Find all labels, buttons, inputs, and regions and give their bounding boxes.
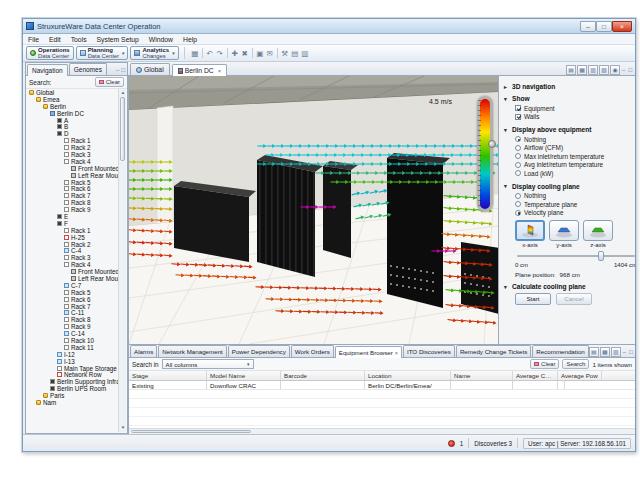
tree-item[interactable]: Network Row [57, 372, 118, 379]
tree-item[interactable]: Berlin DC [50, 110, 118, 117]
bottom-tab[interactable]: Power Dependency × [228, 345, 290, 357]
toolbar-icon[interactable] [252, 48, 253, 58]
tree-item[interactable]: Rack 5 [64, 289, 118, 296]
bottom-tab[interactable]: Remedy Change Tickets × [456, 345, 531, 357]
radio-icon[interactable] [515, 193, 521, 199]
tree-item[interactable]: Rack 8 [64, 199, 118, 206]
tree-item[interactable]: Front Mounted [71, 165, 118, 172]
tree-clear-button[interactable]: Clear [95, 77, 124, 87]
table-clear-button[interactable]: Clear [530, 359, 559, 369]
tree-item[interactable]: E [57, 213, 118, 220]
tree-item[interactable]: A [57, 117, 118, 124]
cooling-plane-option[interactable]: Nothing [515, 192, 630, 201]
radio-icon[interactable] [515, 170, 521, 176]
display-above-option[interactable]: Load (kW) [515, 169, 630, 178]
maximize-button[interactable]: □ [596, 21, 612, 32]
checkbox-icon[interactable] [515, 105, 521, 111]
column-header[interactable]: Stage [129, 371, 207, 380]
toolbar-icon[interactable] [227, 48, 228, 58]
y-axis-button[interactable] [549, 220, 579, 241]
pane-minimize-icon[interactable]: – [116, 67, 119, 73]
bottom-tab[interactable]: Alarms × [130, 345, 157, 357]
tree-item[interactable]: Rack 9 [64, 323, 118, 330]
tree-item[interactable]: Rack 4 [64, 261, 118, 268]
toolbar-icon[interactable]: ▤ [290, 49, 300, 58]
pane-minimize-icon[interactable]: – [622, 349, 627, 355]
view-toggle-icon[interactable]: ▤ [566, 65, 576, 75]
radio-icon[interactable] [515, 153, 521, 159]
view-toggle-icon[interactable]: ▥ [588, 65, 598, 75]
tree-item[interactable]: Rack 2 [64, 144, 118, 151]
column-header[interactable]: Barcode [281, 371, 365, 380]
table-search-button[interactable]: Search [562, 359, 589, 369]
velocity-color-scale[interactable] [475, 96, 496, 214]
show-option[interactable]: Walls [515, 113, 630, 122]
tree-item[interactable]: C-4 [64, 247, 118, 254]
toolbar-icon[interactable]: ✉ [265, 49, 275, 58]
tree-item[interactable]: Rack 9 [64, 206, 118, 213]
tree-item[interactable]: Left Rear Moun [71, 172, 118, 179]
bottom-tab[interactable]: Work Orders × [291, 345, 334, 357]
tree-item[interactable]: H-25 [64, 234, 118, 241]
toolbar-icon[interactable]: ⚒ [280, 49, 290, 58]
tree-item[interactable]: C-11 [64, 310, 118, 317]
radio-icon[interactable] [515, 136, 521, 142]
section-show[interactable]: ▾ Show [504, 95, 630, 102]
close-tab-icon[interactable]: × [218, 68, 222, 74]
menu-item[interactable]: Help [178, 34, 202, 44]
scale-knob[interactable] [488, 140, 496, 148]
display-above-option[interactable]: Avg inlet/return temperature [515, 161, 630, 170]
view-toggle-icon[interactable]: ◉ [610, 65, 620, 75]
radio-icon[interactable] [515, 145, 521, 151]
view-toggle-icon[interactable]: ▦ [577, 65, 587, 75]
scroll-down-icon[interactable]: ▼ [119, 424, 127, 432]
tree-item[interactable]: Rack 2 [64, 241, 118, 248]
scrollbar-thumb[interactable] [120, 97, 125, 161]
rack-row-left[interactable] [174, 181, 256, 262]
radio-icon[interactable] [515, 210, 521, 216]
close-tab-icon[interactable]: × [395, 350, 398, 356]
tree-item[interactable]: Berlin Supporting Infrastru [50, 378, 118, 385]
toolbar-icon[interactable]: ✖ [240, 49, 250, 58]
menu-item[interactable]: Edit [44, 34, 66, 44]
tree-item[interactable]: Rack 7 [64, 303, 118, 310]
tree-item[interactable]: C-7 [64, 282, 118, 289]
menu-item[interactable]: System Setup [92, 34, 144, 44]
bottom-tab[interactable]: Equipment Browser × [335, 346, 402, 358]
scrollbar-thumb[interactable] [131, 430, 251, 433]
3d-room-canvas[interactable] [129, 76, 498, 344]
tree-item[interactable]: Berlin [43, 103, 118, 110]
analytics-perspective-button[interactable]: Analytics Changes ▾ [130, 46, 178, 60]
bottom-tab[interactable]: Recommendation × [532, 345, 589, 357]
tree-item[interactable]: Rack 3 [64, 254, 118, 261]
section-3d-navigation[interactable]: ▸ 3D navigation [504, 83, 630, 90]
display-above-option[interactable]: Nothing [515, 135, 630, 144]
toolbar-icon[interactable] [202, 48, 203, 58]
column-header[interactable]: Average Pow [558, 371, 602, 380]
bottom-tab[interactable]: Network Management × [158, 345, 227, 357]
radio-icon[interactable] [515, 201, 521, 207]
pane-minimize-icon[interactable]: – [621, 67, 626, 73]
display-above-option[interactable]: Max inlet/return temperature [515, 152, 630, 161]
tree-item[interactable]: Front Mounted [71, 268, 118, 275]
x-axis-button[interactable] [515, 220, 545, 241]
cooling-plane-option[interactable]: Velocity plane [515, 209, 630, 218]
tree-item[interactable]: F [57, 220, 118, 227]
checkbox-icon[interactable] [515, 114, 521, 120]
column-header[interactable]: Average CPU Utilization ... [513, 371, 558, 380]
tree-item[interactable]: Rack 5 [64, 179, 118, 186]
tree-item[interactable]: Rack 8 [64, 316, 118, 323]
tree-item[interactable]: Left Rear Moun [71, 275, 118, 282]
menu-item[interactable]: Window [144, 34, 178, 44]
minimize-button[interactable]: – [580, 21, 596, 32]
tab-global[interactable]: Global [130, 63, 170, 75]
toolbar-icon[interactable]: ▥ [300, 49, 310, 58]
rack-row-center[interactable] [257, 155, 323, 277]
pane-maximize-icon[interactable]: □ [121, 67, 125, 73]
rack-tall-right[interactable] [387, 153, 450, 308]
export-icon[interactable]: ▦ [600, 347, 610, 357]
section-calculate-cooling-plane[interactable]: ▾ Calculate cooling plane [504, 283, 630, 290]
cancel-button[interactable]: Cancel [556, 293, 592, 305]
3d-view[interactable]: 4.5 m/s [128, 76, 498, 344]
discoveries-label[interactable]: Discoveries 3 [474, 440, 512, 447]
